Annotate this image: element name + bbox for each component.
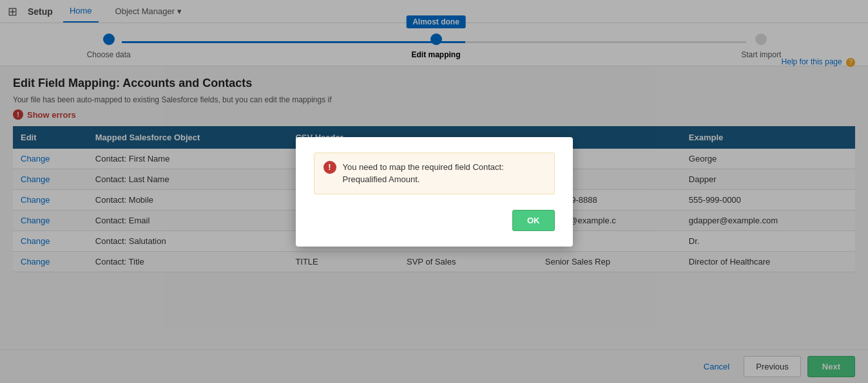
modal-message-text: You need to map the required field Conta… (343, 161, 545, 186)
modal-footer: OK (314, 210, 555, 231)
modal-message: ! You need to map the required field Con… (314, 153, 555, 194)
modal-warn-icon: ! (323, 161, 336, 174)
modal-overlay: ! You need to map the required field Con… (0, 0, 868, 311)
modal-box: ! You need to map the required field Con… (296, 137, 573, 247)
modal-ok-button[interactable]: OK (512, 210, 555, 231)
